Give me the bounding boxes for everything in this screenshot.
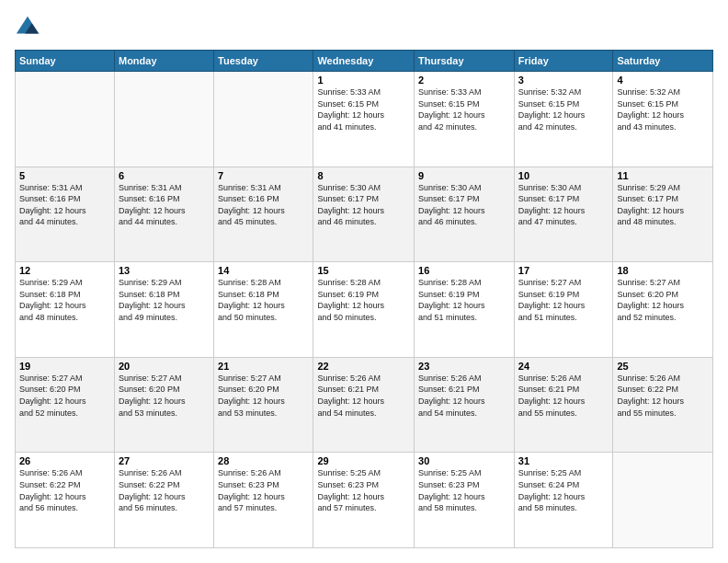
- col-header-tuesday: Tuesday: [214, 51, 313, 72]
- day-number: 24: [518, 361, 609, 372]
- week-row-5: 26Sunrise: 5:26 AM Sunset: 6:22 PM Dayli…: [16, 453, 713, 548]
- col-header-friday: Friday: [514, 51, 613, 72]
- day-number: 8: [317, 170, 410, 181]
- day-number: 16: [418, 265, 510, 276]
- day-cell: 16Sunrise: 5:28 AM Sunset: 6:19 PM Dayli…: [415, 262, 515, 358]
- week-row-3: 12Sunrise: 5:29 AM Sunset: 6:18 PM Dayli…: [16, 262, 713, 358]
- day-cell: 6Sunrise: 5:31 AM Sunset: 6:16 PM Daylig…: [114, 167, 213, 262]
- day-number: 14: [218, 265, 309, 276]
- day-cell: 27Sunrise: 5:26 AM Sunset: 6:22 PM Dayli…: [114, 453, 213, 548]
- day-number: 25: [617, 361, 709, 372]
- day-number: 19: [19, 361, 110, 372]
- day-number: 2: [418, 75, 510, 86]
- day-info: Sunrise: 5:28 AM Sunset: 6:18 PM Dayligh…: [218, 277, 309, 323]
- day-cell: 9Sunrise: 5:30 AM Sunset: 6:17 PM Daylig…: [415, 167, 515, 262]
- day-number: 23: [418, 361, 510, 372]
- day-info: Sunrise: 5:26 AM Sunset: 6:21 PM Dayligh…: [418, 373, 510, 419]
- day-info: Sunrise: 5:27 AM Sunset: 6:19 PM Dayligh…: [518, 277, 609, 323]
- day-info: Sunrise: 5:31 AM Sunset: 6:16 PM Dayligh…: [19, 182, 110, 228]
- day-cell: 12Sunrise: 5:29 AM Sunset: 6:18 PM Dayli…: [16, 262, 115, 358]
- day-info: Sunrise: 5:27 AM Sunset: 6:20 PM Dayligh…: [19, 373, 110, 419]
- day-info: Sunrise: 5:26 AM Sunset: 6:22 PM Dayligh…: [119, 467, 210, 513]
- day-number: 17: [518, 265, 609, 276]
- day-cell: [114, 72, 213, 167]
- day-info: Sunrise: 5:28 AM Sunset: 6:19 PM Dayligh…: [317, 277, 410, 323]
- day-cell: 21Sunrise: 5:27 AM Sunset: 6:20 PM Dayli…: [214, 357, 313, 453]
- header: [15, 15, 713, 40]
- day-info: Sunrise: 5:25 AM Sunset: 6:24 PM Dayligh…: [518, 467, 609, 513]
- day-cell: 3Sunrise: 5:32 AM Sunset: 6:15 PM Daylig…: [514, 72, 613, 167]
- week-row-1: 1Sunrise: 5:33 AM Sunset: 6:15 PM Daylig…: [16, 72, 713, 167]
- week-row-2: 5Sunrise: 5:31 AM Sunset: 6:16 PM Daylig…: [16, 167, 713, 262]
- day-cell: 17Sunrise: 5:27 AM Sunset: 6:19 PM Dayli…: [514, 262, 613, 358]
- day-info: Sunrise: 5:33 AM Sunset: 6:15 PM Dayligh…: [418, 86, 510, 132]
- day-number: 9: [418, 170, 510, 181]
- day-cell: [613, 453, 713, 548]
- day-number: 30: [418, 455, 510, 466]
- day-cell: 25Sunrise: 5:26 AM Sunset: 6:22 PM Dayli…: [613, 357, 713, 453]
- day-number: 1: [317, 75, 410, 86]
- day-info: Sunrise: 5:29 AM Sunset: 6:18 PM Dayligh…: [119, 277, 210, 323]
- day-cell: 7Sunrise: 5:31 AM Sunset: 6:16 PM Daylig…: [214, 167, 313, 262]
- day-info: Sunrise: 5:26 AM Sunset: 6:21 PM Dayligh…: [317, 373, 410, 419]
- day-cell: 29Sunrise: 5:25 AM Sunset: 6:23 PM Dayli…: [313, 453, 415, 548]
- day-number: 28: [218, 455, 309, 466]
- header-row: SundayMondayTuesdayWednesdayThursdayFrid…: [16, 51, 713, 72]
- day-info: Sunrise: 5:28 AM Sunset: 6:19 PM Dayligh…: [418, 277, 510, 323]
- col-header-wednesday: Wednesday: [313, 51, 415, 72]
- day-number: 15: [317, 265, 410, 276]
- day-info: Sunrise: 5:31 AM Sunset: 6:16 PM Dayligh…: [218, 182, 309, 228]
- day-cell: 14Sunrise: 5:28 AM Sunset: 6:18 PM Dayli…: [214, 262, 313, 358]
- day-number: 4: [617, 75, 709, 86]
- day-number: 11: [617, 170, 709, 181]
- day-cell: 20Sunrise: 5:27 AM Sunset: 6:20 PM Dayli…: [114, 357, 213, 453]
- day-cell: 24Sunrise: 5:26 AM Sunset: 6:21 PM Dayli…: [514, 357, 613, 453]
- day-info: Sunrise: 5:33 AM Sunset: 6:15 PM Dayligh…: [317, 86, 410, 132]
- day-info: Sunrise: 5:32 AM Sunset: 6:15 PM Dayligh…: [518, 86, 609, 132]
- day-number: 27: [119, 455, 210, 466]
- day-info: Sunrise: 5:29 AM Sunset: 6:18 PM Dayligh…: [19, 277, 110, 323]
- day-cell: 11Sunrise: 5:29 AM Sunset: 6:17 PM Dayli…: [613, 167, 713, 262]
- day-number: 18: [617, 265, 709, 276]
- day-number: 13: [119, 265, 210, 276]
- day-number: 7: [218, 170, 309, 181]
- day-number: 29: [317, 455, 410, 466]
- day-number: 21: [218, 361, 309, 372]
- day-number: 3: [518, 75, 609, 86]
- day-number: 5: [19, 170, 110, 181]
- day-cell: 8Sunrise: 5:30 AM Sunset: 6:17 PM Daylig…: [313, 167, 415, 262]
- day-cell: 5Sunrise: 5:31 AM Sunset: 6:16 PM Daylig…: [16, 167, 115, 262]
- day-cell: 19Sunrise: 5:27 AM Sunset: 6:20 PM Dayli…: [16, 357, 115, 453]
- day-number: 20: [119, 361, 210, 372]
- day-info: Sunrise: 5:26 AM Sunset: 6:22 PM Dayligh…: [19, 467, 110, 513]
- col-header-thursday: Thursday: [415, 51, 515, 72]
- day-cell: [16, 72, 115, 167]
- col-header-saturday: Saturday: [613, 51, 713, 72]
- day-cell: 10Sunrise: 5:30 AM Sunset: 6:17 PM Dayli…: [514, 167, 613, 262]
- day-info: Sunrise: 5:29 AM Sunset: 6:17 PM Dayligh…: [617, 182, 709, 228]
- day-info: Sunrise: 5:25 AM Sunset: 6:23 PM Dayligh…: [418, 467, 510, 513]
- day-cell: 26Sunrise: 5:26 AM Sunset: 6:22 PM Dayli…: [16, 453, 115, 548]
- day-number: 26: [19, 455, 110, 466]
- page: SundayMondayTuesdayWednesdayThursdayFrid…: [0, 0, 728, 563]
- day-info: Sunrise: 5:27 AM Sunset: 6:20 PM Dayligh…: [218, 373, 309, 419]
- day-cell: 22Sunrise: 5:26 AM Sunset: 6:21 PM Dayli…: [313, 357, 415, 453]
- day-info: Sunrise: 5:25 AM Sunset: 6:23 PM Dayligh…: [317, 467, 410, 513]
- day-number: 10: [518, 170, 609, 181]
- col-header-monday: Monday: [114, 51, 213, 72]
- day-number: 31: [518, 455, 609, 466]
- day-cell: 1Sunrise: 5:33 AM Sunset: 6:15 PM Daylig…: [313, 72, 415, 167]
- day-number: 12: [19, 265, 110, 276]
- day-info: Sunrise: 5:27 AM Sunset: 6:20 PM Dayligh…: [119, 373, 210, 419]
- day-info: Sunrise: 5:32 AM Sunset: 6:15 PM Dayligh…: [617, 86, 709, 132]
- day-cell: 4Sunrise: 5:32 AM Sunset: 6:15 PM Daylig…: [613, 72, 713, 167]
- day-cell: 13Sunrise: 5:29 AM Sunset: 6:18 PM Dayli…: [114, 262, 213, 358]
- logo-icon: [15, 15, 40, 40]
- day-cell: 2Sunrise: 5:33 AM Sunset: 6:15 PM Daylig…: [415, 72, 515, 167]
- day-info: Sunrise: 5:30 AM Sunset: 6:17 PM Dayligh…: [518, 182, 609, 228]
- col-header-sunday: Sunday: [16, 51, 115, 72]
- day-info: Sunrise: 5:27 AM Sunset: 6:20 PM Dayligh…: [617, 277, 709, 323]
- day-number: 22: [317, 361, 410, 372]
- day-info: Sunrise: 5:26 AM Sunset: 6:22 PM Dayligh…: [617, 373, 709, 419]
- day-info: Sunrise: 5:26 AM Sunset: 6:23 PM Dayligh…: [218, 467, 309, 513]
